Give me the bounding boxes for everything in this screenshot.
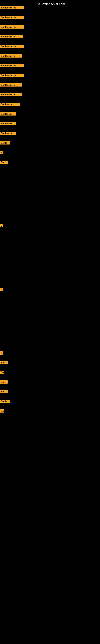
bottleneck-label-2: Bottleneck res	[0, 25, 24, 28]
bottleneck-label-15: B	[0, 151, 3, 154]
bottleneck-label-9: Bottleneck re	[0, 93, 22, 96]
bottleneck-label-24: Bottle	[0, 400, 10, 403]
bottleneck-label-5: Bottleneck re	[0, 54, 22, 58]
bottleneck-label-10: Bottleneck r	[0, 103, 20, 106]
bottleneck-label-11: Bottleneck	[0, 112, 16, 116]
bottleneck-label-19: B	[0, 352, 3, 354]
bottleneck-label-3: Bottleneck re	[0, 35, 23, 38]
bottleneck-label-16: Bott	[0, 160, 8, 164]
bottleneck-label-14: Bottle	[0, 141, 10, 144]
bottleneck-label-18: B	[0, 288, 3, 291]
bottleneck-label-4: Bottleneck res	[0, 45, 24, 48]
bottleneck-label-0: Bottleneck res	[0, 6, 24, 9]
bottleneck-label-22: Bott	[0, 380, 8, 384]
bottleneck-label-20: Bott	[0, 361, 8, 364]
bottleneck-label-7: Bottleneck res	[0, 74, 24, 77]
bottleneck-label-6: Bottleneck res	[0, 64, 24, 67]
bottleneck-label-17: B	[0, 224, 3, 228]
bottleneck-label-13: Bottleneck	[0, 132, 16, 135]
bottleneck-label-25: Bo	[0, 409, 4, 412]
bottleneck-label-23: Bott	[0, 390, 8, 393]
bottleneck-label-1: Bottleneck res	[0, 16, 24, 19]
bottleneck-label-21: Bo	[0, 371, 4, 374]
bottleneck-label-12: Bottleneck	[0, 122, 16, 125]
bottleneck-label-8: Bottleneck re	[0, 83, 22, 86]
